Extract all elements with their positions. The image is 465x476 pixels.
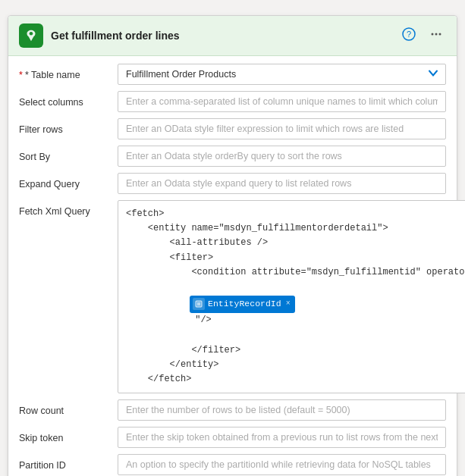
xml-line-7: </entity> (126, 358, 465, 372)
select-columns-label: Select columns (19, 91, 118, 108)
filter-rows-label: Filter rows (19, 118, 118, 135)
sort-by-input[interactable] (118, 146, 446, 167)
entity-record-badge[interactable]: EntityRecordId × (190, 296, 295, 312)
partition-id-row: Partition ID (19, 454, 446, 475)
xml-line-6: </filter> (126, 343, 465, 358)
sort-by-label: Sort By (19, 146, 118, 162)
card-title: Get fulfillment order lines (51, 30, 180, 42)
table-name-field: Fulfillment Order Products (118, 64, 446, 85)
filter-rows-field (118, 118, 446, 139)
fetch-xml-label: Fetch Xml Query (19, 200, 118, 217)
sort-by-row: Sort By (19, 146, 446, 167)
svg-point-4 (435, 33, 438, 36)
filter-rows-input[interactable] (118, 118, 446, 139)
partition-id-label: Partition ID (19, 454, 118, 471)
svg-point-0 (30, 32, 33, 36)
expand-query-row: Expand Query (19, 173, 446, 194)
select-columns-input[interactable] (118, 91, 446, 112)
row-count-row: Row count (19, 399, 446, 421)
xml-badge-suffix: "/> (190, 315, 212, 325)
card-body: ** Table name Fulfillment Order Products… (8, 56, 457, 476)
entity-badge-text: EntityRecordId (208, 297, 281, 311)
required-star: * (19, 70, 23, 80)
xml-line-5: <condition attribute="msdyn_fulfillmenti… (126, 265, 465, 280)
app-icon (19, 23, 43, 48)
table-name-select[interactable]: Fulfillment Order Products (118, 64, 446, 85)
skip-token-label: Skip token (19, 427, 118, 443)
svg-rect-6 (196, 301, 202, 307)
svg-point-3 (432, 33, 434, 36)
fetch-xml-container[interactable]: <fetch> <entity name="msdyn_fulfillmento… (118, 200, 465, 393)
more-button[interactable] (426, 26, 446, 45)
xml-line-8: </fetch> (126, 372, 465, 387)
expand-query-field (118, 173, 446, 194)
partition-id-field (118, 454, 446, 475)
skip-token-input[interactable] (118, 427, 446, 448)
xml-line-1: <fetch> (126, 207, 465, 221)
entity-badge-close-icon[interactable]: × (286, 298, 291, 310)
expand-query-label: Expand Query (19, 173, 118, 189)
filter-rows-row: Filter rows (19, 118, 446, 139)
expand-query-input[interactable] (118, 173, 446, 194)
skip-token-row: Skip token (19, 427, 446, 448)
svg-point-5 (439, 33, 441, 36)
xml-badge-line: EntityRecordId × "/> (126, 281, 465, 342)
help-button[interactable]: ? (399, 26, 419, 45)
xml-line-3: <all-attributes /> (126, 236, 465, 250)
row-count-field (118, 399, 446, 421)
xml-line-4: <filter> (126, 251, 465, 265)
select-columns-row: Select columns (19, 91, 446, 112)
select-columns-field (118, 91, 446, 112)
card-header: Get fulfillment order lines ? (8, 16, 457, 56)
xml-line-2: <entity name="msdyn_fulfillmentorderdeta… (126, 221, 465, 236)
table-name-row: ** Table name Fulfillment Order Products (19, 64, 446, 85)
header-left: Get fulfillment order lines (19, 23, 180, 48)
row-count-input[interactable] (118, 399, 446, 421)
entity-badge-icon (193, 298, 205, 310)
table-name-label: ** Table name (19, 64, 118, 80)
fetch-xml-row: Fetch Xml Query <fetch> <entity name="ms… (19, 200, 446, 393)
sort-by-field (118, 146, 446, 167)
row-count-label: Row count (19, 399, 118, 416)
header-right: ? (399, 26, 446, 45)
main-card: Get fulfillment order lines ? * (8, 15, 457, 476)
skip-token-field (118, 427, 446, 448)
partition-id-input[interactable] (118, 454, 446, 475)
svg-text:?: ? (407, 30, 411, 39)
